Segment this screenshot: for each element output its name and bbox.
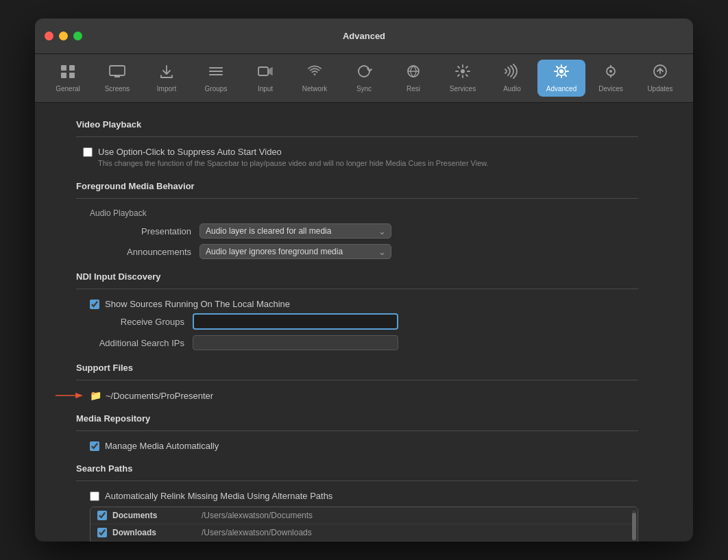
svg-rect-3 xyxy=(69,73,75,78)
announcements-select[interactable]: Audio layer ignores foreground media Aud… xyxy=(199,244,391,259)
svg-rect-0 xyxy=(61,65,66,71)
toolbar-item-groups[interactable]: Groups xyxy=(192,60,240,97)
toolbar-item-services[interactable]: Services xyxy=(439,60,487,97)
input-icon xyxy=(257,64,274,83)
general-icon xyxy=(60,64,76,83)
presentation-row: Presentation Audio layer is cleared for … xyxy=(90,223,638,239)
presentation-select[interactable]: Audio layer is cleared for all media Aud… xyxy=(199,223,391,239)
toolbar-item-network[interactable]: Network xyxy=(291,60,339,97)
search-paths-list: Documents /Users/alexwatson/Documents Do… xyxy=(90,507,638,541)
suppress-auto-start-desc: This changes the function of the Spaceba… xyxy=(98,158,489,169)
svg-rect-5 xyxy=(114,76,120,77)
toolbar-label-updates: Updates xyxy=(647,85,672,93)
toolbar-item-advanced[interactable]: Advanced xyxy=(537,60,585,97)
auto-relink-label: Automatically Relink Missing Media Using… xyxy=(105,491,332,501)
toolbar-item-screens[interactable]: Screens xyxy=(93,60,141,97)
support-files-title: Support Files xyxy=(76,363,638,373)
support-files-path-row: 📁 ~/Documents/ProPresenter xyxy=(90,390,638,401)
maximize-button[interactable] xyxy=(73,32,82,40)
downloads-path: /Users/alexwatson/Downloads xyxy=(202,528,312,537)
documents-label: Documents xyxy=(112,511,202,520)
toolbar-item-audio[interactable]: Audio xyxy=(488,60,536,97)
toolbar-item-general[interactable]: General xyxy=(44,60,92,97)
toolbar-item-import[interactable]: Import xyxy=(143,60,191,97)
announcements-select-wrapper: Audio layer ignores foreground media Aud… xyxy=(199,244,391,259)
announcements-label: Announcements xyxy=(90,247,199,257)
toolbar-label-devices: Devices xyxy=(598,85,623,93)
titlebar: Advanced xyxy=(35,19,693,54)
toolbar-label-network: Network xyxy=(302,85,328,93)
groups-icon xyxy=(208,64,224,83)
toolbar-label-input: Input xyxy=(258,85,273,93)
manage-media-checkbox[interactable] xyxy=(90,441,99,451)
devices-icon xyxy=(603,64,619,83)
svg-point-17 xyxy=(609,70,612,73)
documents-checkbox[interactable] xyxy=(97,511,107,520)
receive-groups-input[interactable] xyxy=(193,313,398,330)
traffic-lights xyxy=(45,32,82,40)
manage-media-row: Manage Media Automatically xyxy=(83,441,638,451)
downloads-checkbox[interactable] xyxy=(97,528,107,537)
toolbar-label-audio: Audio xyxy=(503,85,521,93)
show-sources-row: Show Sources Running On The Local Machin… xyxy=(83,299,638,309)
toolbar-label-sync: Sync xyxy=(356,85,372,93)
toolbar-label-groups: Groups xyxy=(205,85,228,93)
scrollbar-thumb[interactable] xyxy=(632,513,636,540)
search-paths-title: Search Paths xyxy=(76,463,638,474)
svg-rect-6 xyxy=(116,75,119,76)
svg-point-14 xyxy=(559,69,563,73)
svg-rect-10 xyxy=(258,67,268,75)
presentation-select-wrapper: Audio layer is cleared for all media Aud… xyxy=(199,223,391,239)
arrow-indicator xyxy=(56,389,86,402)
screens-icon xyxy=(109,64,125,83)
downloads-label: Downloads xyxy=(112,528,202,537)
sync-icon xyxy=(356,64,372,83)
toolbar-item-sync[interactable]: Sync xyxy=(340,60,388,97)
support-files-path: ~/Documents/ProPresenter xyxy=(106,391,213,401)
main-window: Advanced General Screens Import Groups xyxy=(35,19,693,541)
toolbar-item-updates[interactable]: Updates xyxy=(636,60,684,97)
auto-relink-checkbox[interactable] xyxy=(90,491,99,501)
scrollbar-track xyxy=(632,510,636,541)
suppress-auto-start-label: Use Option-Click to Suppress Auto Start … xyxy=(98,147,489,157)
foreground-media-title: Foreground Media Behavior xyxy=(76,181,638,191)
auto-relink-row: Automatically Relink Missing Media Using… xyxy=(83,491,638,501)
audio-playback-label: Audio Playback xyxy=(90,208,638,218)
window-title: Advanced xyxy=(343,31,385,41)
svg-rect-4 xyxy=(110,66,125,75)
toolbar-label-import: Import xyxy=(157,85,176,93)
presentation-label: Presentation xyxy=(90,226,199,236)
suppress-auto-start-row: Use Option-Click to Suppress Auto Start … xyxy=(76,147,638,169)
announcements-row: Announcements Audio layer ignores foregr… xyxy=(90,244,638,259)
toolbar-label-advanced: Advanced xyxy=(546,85,577,93)
content-area: Video Playback Use Option-Click to Suppr… xyxy=(35,103,693,541)
close-button[interactable] xyxy=(45,32,53,40)
minimize-button[interactable] xyxy=(59,32,68,40)
show-sources-checkbox[interactable] xyxy=(90,300,99,309)
toolbar-label-screens: Screens xyxy=(105,85,130,93)
updates-icon xyxy=(652,64,668,83)
list-item: Documents /Users/alexwatson/Documents xyxy=(90,507,638,524)
media-repository-title: Media Repository xyxy=(76,413,638,424)
import-icon xyxy=(158,64,175,83)
advanced-icon xyxy=(553,64,570,83)
toolbar-label-resi: Resi xyxy=(407,85,420,93)
resi-icon xyxy=(405,64,422,83)
toolbar-label-general: General xyxy=(56,85,80,93)
additional-search-ips-input[interactable] xyxy=(193,335,398,350)
toolbar-item-resi[interactable]: Resi xyxy=(389,60,437,97)
additional-search-ips-label: Additional Search IPs xyxy=(83,338,193,348)
toolbar-item-input[interactable]: Input xyxy=(241,60,289,97)
folder-icon: 📁 xyxy=(90,390,101,401)
show-sources-label: Show Sources Running On The Local Machin… xyxy=(105,299,290,309)
video-playback-title: Video Playback xyxy=(76,119,638,130)
toolbar-label-services: Services xyxy=(450,85,476,93)
svg-rect-1 xyxy=(69,65,75,71)
toolbar-item-devices[interactable]: Devices xyxy=(587,60,635,97)
audio-icon xyxy=(504,64,520,83)
suppress-auto-start-checkbox[interactable] xyxy=(83,147,93,157)
svg-rect-2 xyxy=(61,73,66,78)
toolbar: General Screens Import Groups Input xyxy=(35,54,693,103)
list-item: Downloads /Users/alexwatson/Downloads xyxy=(90,524,638,541)
network-icon xyxy=(306,64,323,83)
